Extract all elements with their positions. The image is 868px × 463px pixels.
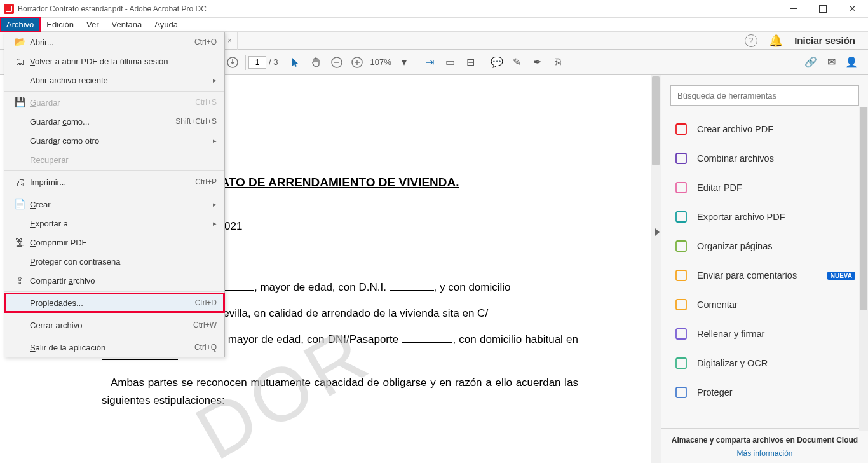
page-scroll-icon[interactable]: ⊟ <box>461 52 481 73</box>
doc-date: de 2021 <box>203 218 578 235</box>
menu-item-crear[interactable]: 📄Crear▸ <box>4 195 224 214</box>
svg-rect-15 <box>676 387 686 397</box>
page-number-input[interactable] <box>248 56 266 69</box>
tool-organizar-p-ginas[interactable]: Organizar páginas <box>661 232 868 261</box>
link-icon[interactable]: 🔗 <box>801 52 821 73</box>
menu-item-proteger-con-contrase-a[interactable]: Proteger con contraseña <box>4 252 224 271</box>
panel-footer: Almacene y comparta archivos en Document… <box>661 428 868 463</box>
help-icon[interactable]: ? <box>745 34 757 47</box>
menu-item-exportar-a[interactable]: Exportar a▸ <box>4 214 224 233</box>
page-total: / 3 <box>266 57 280 67</box>
tool-proteger[interactable]: Proteger <box>661 378 868 407</box>
svg-rect-6 <box>676 124 686 134</box>
footer-heading: Almacene y comparta archivos en Document… <box>670 435 859 445</box>
menu-ayuda[interactable]: Ayuda <box>148 18 184 31</box>
menu-ventana[interactable]: Ventana <box>105 18 149 31</box>
menu-item-salir-de-la-aplicaci-n[interactable]: Salir de la aplicaciónCtrl+Q <box>4 338 224 357</box>
sign-tool-icon[interactable]: ✒ <box>527 52 548 73</box>
menu-edicion[interactable]: Edición <box>40 18 80 31</box>
doc-para-4: Ambas partes se reconocen mutuamente cap… <box>102 374 578 408</box>
menu-archivo[interactable]: Archivo <box>0 18 40 31</box>
tool-editar-pdf[interactable]: Editar PDF <box>661 173 868 202</box>
svg-rect-14 <box>676 358 686 368</box>
hand-tool-icon[interactable] <box>306 52 327 73</box>
minimize-button[interactable] <box>779 0 808 18</box>
fit-page-icon[interactable]: ▭ <box>440 52 461 73</box>
stamp-tool-icon[interactable]: ⎘ <box>548 52 568 73</box>
tab-close-icon[interactable]: × <box>227 36 232 45</box>
svg-rect-10 <box>676 241 686 251</box>
app-icon <box>4 4 14 14</box>
menu-ver[interactable]: Ver <box>80 18 105 31</box>
menu-item-guardar: 💾GuardarCtrl+S <box>4 93 224 112</box>
zoom-in-icon[interactable] <box>347 52 367 73</box>
fit-width-icon[interactable]: ⇥ <box>420 52 440 73</box>
tool-combinar-archivos[interactable]: Combinar archivos <box>661 144 868 173</box>
document-scrollbar[interactable] <box>651 75 661 463</box>
signin-button[interactable]: Iniciar sesión <box>794 35 855 46</box>
svg-rect-7 <box>676 153 686 163</box>
tools-scrollbar[interactable] <box>859 107 868 431</box>
share-person-icon[interactable]: 👤 <box>841 52 862 73</box>
menu-item-volver-a-abrir-pdf-de-la-ltima-sesi-n[interactable]: 🗂Volver a abrir PDF de la última sesión <box>4 52 224 71</box>
tools-search-input[interactable] <box>670 85 859 106</box>
close-button[interactable] <box>837 0 867 18</box>
menu-item-compartir-archivo[interactable]: ⇪Compartir archivo <box>4 271 224 290</box>
menu-item-comprimir-pdf[interactable]: 🗜Comprimir PDF <box>4 233 224 252</box>
menubar: Archivo Edición Ver Ventana Ayuda <box>0 18 868 32</box>
menu-item-recuperar: Recuperar <box>4 150 224 169</box>
save-button-icon[interactable] <box>222 52 243 73</box>
menu-item-abrir-archivo-reciente[interactable]: Abrir archivo reciente▸ <box>4 71 224 90</box>
tool-crear-archivo-pdf[interactable]: Crear archivo PDF <box>661 114 868 144</box>
menu-item-cerrar-archivo[interactable]: Cerrar archivoCtrl+W <box>4 315 224 335</box>
svg-rect-11 <box>676 270 686 280</box>
window-title: Borrador Contrato estandar.pdf - Adobe A… <box>18 4 779 13</box>
tool-enviar-para-comentarios[interactable]: Enviar para comentariosNUEVA <box>661 261 868 290</box>
maximize-button[interactable] <box>808 0 837 18</box>
zoom-out-icon[interactable] <box>327 52 347 73</box>
comment-tool-icon[interactable]: 💬 <box>487 52 507 73</box>
tools-panel: Crear archivo PDFCombinar archivosEditar… <box>661 75 868 463</box>
svg-rect-8 <box>676 183 686 193</box>
tool-digitalizar-y-ocr[interactable]: Digitalizar y OCR <box>661 349 868 378</box>
doc-para-2: Sevilla, en calidad de arrendado de la v… <box>216 305 578 322</box>
panel-collapse-icon[interactable] <box>655 228 660 236</box>
notifications-icon[interactable]: 🔔 <box>769 34 783 48</box>
file-menu-dropdown: 📂Abrir...Ctrl+O🗂Volver a abrir PDF de la… <box>4 32 225 357</box>
svg-rect-13 <box>676 329 686 339</box>
tool-rellenar-y-firmar[interactable]: Rellenar y firmar <box>661 319 868 349</box>
svg-rect-12 <box>676 300 686 310</box>
selection-tool-icon[interactable] <box>286 52 306 73</box>
menu-item-imprimir[interactable]: 🖨Imprimir...Ctrl+P <box>4 172 224 191</box>
svg-rect-9 <box>676 212 686 222</box>
menu-item-guardar-como-otro[interactable]: Guardar como otro▸ <box>4 131 224 150</box>
menu-item-guardar-como[interactable]: Guardar como...Shift+Ctrl+S <box>4 112 224 131</box>
zoom-level[interactable]: 107% <box>367 57 393 67</box>
titlebar: Borrador Contrato estandar.pdf - Adobe A… <box>0 0 868 18</box>
mail-icon[interactable]: ✉ <box>821 52 841 73</box>
tool-exportar-archivo-pdf[interactable]: Exportar archivo PDF <box>661 202 868 232</box>
tool-comentar[interactable]: Comentar <box>661 290 868 319</box>
footer-link[interactable]: Más información <box>670 449 859 458</box>
window-controls <box>779 0 867 18</box>
doc-para-1: , mayor de edad, con D.N.I. , y con domi… <box>216 279 578 296</box>
menu-item-abrir[interactable]: 📂Abrir...Ctrl+O <box>4 32 224 52</box>
menu-item-propiedades[interactable]: Propiedades...Ctrl+D <box>4 293 224 312</box>
zoom-dropdown-icon[interactable]: ▾ <box>394 52 414 73</box>
highlight-tool-icon[interactable]: ✎ <box>507 52 527 73</box>
